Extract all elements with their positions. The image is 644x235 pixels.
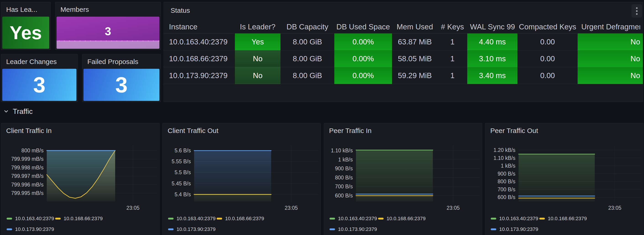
table-row: 10.0.163.40:2379 Yes 8.00 GiB 0.00% 63.8… (164, 33, 643, 50)
chart-legend: 10.0.163.40:2379 10.0.168.66:2379 10.0.1… (168, 215, 265, 235)
svg-text:1.20 kB/s: 1.20 kB/s (494, 147, 516, 153)
cell-keys: 1 (438, 33, 467, 50)
svg-text:5.55 B/s: 5.55 B/s (172, 159, 191, 164)
panel-members: Members 3 (55, 2, 161, 50)
svg-text:5.45 B/s: 5.45 B/s (172, 181, 191, 187)
cell-instance: 10.0.168.66:2379 (164, 50, 235, 67)
failed-proposals-value: 3 (116, 74, 128, 96)
has-leader-stat-background: Yes (2, 17, 49, 49)
column-header-wal-sync[interactable]: WAL Sync 99th (467, 20, 518, 33)
series-color-swatch (539, 218, 545, 220)
column-header-db-used-space[interactable]: DB Used Space (334, 20, 392, 33)
cell-urgent-defragment: No (578, 67, 643, 84)
panel-title-failed-proposals: Failed Proposals (87, 58, 156, 66)
members-value: 3 (105, 26, 111, 37)
cell-wal-sync: 3.10 ms (467, 50, 518, 67)
column-header-compacted-keys[interactable]: Compacted Keys (518, 20, 578, 33)
legend-item[interactable]: 10.0.173.90:2379 (6, 226, 55, 232)
failed-proposals-stat-background: 3 (84, 69, 160, 101)
legend-item[interactable]: 10.0.173.90:2379 (330, 226, 378, 232)
section-row-label: Traffic (13, 107, 32, 116)
members-sparkline (56, 41, 160, 49)
column-header-is-leader[interactable]: Is Leader? (235, 20, 280, 33)
sparkline-point-markers (56, 40, 160, 42)
has-leader-value: Yes (10, 23, 42, 42)
cell-mem-used: 58.05 MiB (392, 50, 438, 67)
chart-legend: 10.0.163.40:2379 10.0.168.66:2379 10.0.1… (6, 215, 104, 235)
panel-client-traffic-in: Client Traffic In 800 mB/s799.999 mB/s79… (1, 123, 160, 235)
legend-item[interactable]: 10.0.163.40:2379 (6, 216, 55, 222)
series-color-swatch (330, 218, 335, 220)
legend-item[interactable]: 10.0.163.40:2379 (491, 216, 539, 222)
legend-item[interactable]: 10.0.168.66:2379 (539, 216, 588, 222)
svg-text:23:05: 23:05 (446, 205, 460, 211)
series-color-swatch (168, 229, 174, 230)
series-color-swatch (55, 218, 61, 220)
svg-text:800 B/s: 800 B/s (335, 175, 353, 181)
svg-text:800 B/s: 800 B/s (498, 179, 516, 185)
cell-db-used-space: 0.00% (334, 67, 392, 84)
legend-item[interactable]: 10.0.168.66:2379 (55, 216, 104, 222)
cell-instance: 10.0.173.90:2379 (164, 67, 235, 84)
cell-mem-used: 59.29 MiB (392, 67, 438, 84)
svg-text:600 B/s: 600 B/s (498, 194, 516, 200)
series-color-swatch (378, 218, 384, 220)
table-row: 10.0.168.66:2379 No 8.00 GiB 0.00% 58.05… (164, 50, 643, 67)
panel-title-has-leader: Has Lea... (6, 6, 46, 13)
column-header-instance[interactable]: Instance (164, 20, 235, 33)
column-header-urgent-defragment[interactable]: Urgent Defragment (578, 20, 643, 33)
cell-wal-sync: 4.40 ms (467, 33, 518, 50)
svg-text:1.10 kB/s: 1.10 kB/s (331, 148, 353, 154)
series-color-swatch (6, 218, 12, 220)
cell-wal-sync: 3.40 ms (467, 67, 518, 84)
cell-keys: 1 (438, 50, 467, 67)
legend-item[interactable]: 10.0.163.40:2379 (330, 216, 378, 222)
cell-urgent-defragment: No (578, 33, 643, 50)
cell-db-capacity: 8.00 GiB (280, 33, 334, 50)
panel-has-leader: Has Lea... Yes (1, 2, 51, 50)
panel-failed-proposals: Failed Proposals 3 (82, 54, 161, 102)
cell-urgent-defragment: No (578, 50, 643, 67)
svg-text:700 B/s: 700 B/s (498, 187, 516, 192)
panel-title-members: Members (60, 6, 156, 13)
svg-text:800 mB/s: 800 mB/s (22, 148, 44, 154)
cell-compacted-keys: 0.00 (518, 33, 578, 50)
panel-status: Status Instance Is Leader? DB Capacity D… (164, 2, 643, 102)
legend-item[interactable]: 10.0.168.66:2379 (217, 216, 265, 222)
cell-keys: 1 (438, 67, 467, 84)
panel-menu-button[interactable] (632, 4, 642, 17)
kebab-icon (636, 10, 638, 12)
panel-leader-changes: Leader Changes 3 (1, 54, 78, 102)
grafana-etcd-dashboard: { "stats": { "has_leader": {"title": "Ha… (0, 0, 644, 235)
cell-compacted-keys: 0.00 (518, 50, 578, 67)
kebab-icon (636, 13, 638, 15)
svg-text:1 kB/s: 1 kB/s (338, 157, 353, 163)
sparkline-fill (56, 41, 160, 49)
cell-is-leader: No (235, 50, 280, 67)
svg-text:799.995 mB/s: 799.995 mB/s (11, 190, 44, 196)
column-header-keys[interactable]: # Keys (438, 20, 467, 33)
svg-text:799.999 mB/s: 799.999 mB/s (11, 156, 44, 162)
panel-peer-traffic-out: Peer Traffic Out 1.20 kB/s1.10 kB/s1 kB/… (485, 123, 644, 235)
svg-text:799.997 mB/s: 799.997 mB/s (11, 173, 44, 179)
section-row-traffic[interactable]: Traffic (3, 106, 32, 117)
cell-db-used-space: 0.00% (334, 50, 392, 67)
svg-text:700 B/s: 700 B/s (335, 184, 353, 190)
panel-client-traffic-out: Client Traffic Out 5.6 B/s5.55 B/s5.5 B/… (162, 123, 321, 235)
legend-item[interactable]: 10.0.168.66:2379 (378, 216, 427, 222)
svg-text:5.6 B/s: 5.6 B/s (174, 148, 191, 154)
legend-item[interactable]: 10.0.173.90:2379 (491, 226, 539, 232)
chart-legend: 10.0.163.40:2379 10.0.168.66:2379 10.0.1… (491, 215, 588, 235)
panel-title-leader-changes: Leader Changes (6, 58, 72, 66)
column-header-mem-used[interactable]: Mem Used (392, 20, 438, 33)
svg-text:799.996 mB/s: 799.996 mB/s (11, 182, 44, 188)
series-color-swatch (330, 229, 335, 230)
legend-item[interactable]: 10.0.173.90:2379 (168, 226, 217, 232)
status-table: Instance Is Leader? DB Capacity DB Used … (164, 20, 643, 84)
series-color-swatch (491, 218, 496, 220)
svg-text:799.998 mB/s: 799.998 mB/s (11, 165, 44, 171)
legend-item[interactable]: 10.0.163.40:2379 (168, 216, 217, 222)
svg-text:5.5 B/s: 5.5 B/s (174, 169, 191, 175)
column-header-db-capacity[interactable]: DB Capacity (280, 20, 334, 33)
kebab-icon (636, 7, 638, 9)
